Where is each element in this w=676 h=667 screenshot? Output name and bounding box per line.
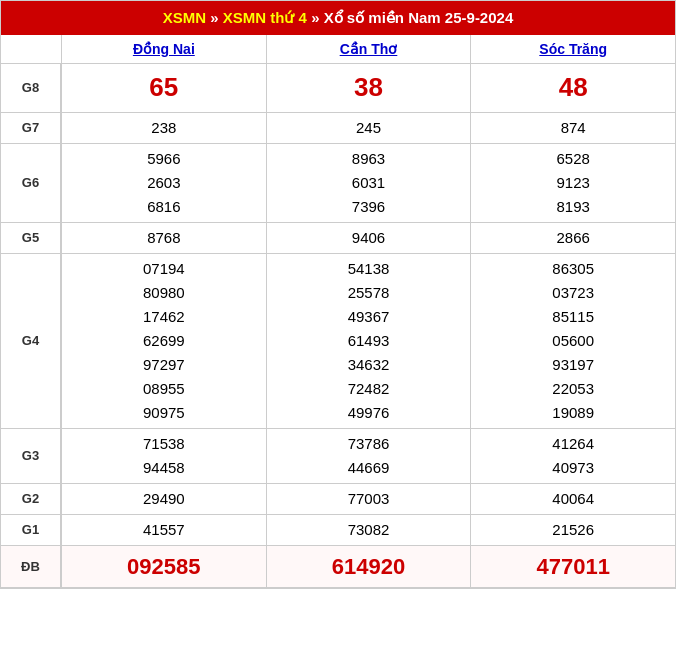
cell-col2: 77003 [266,484,471,514]
cell-value: 48 [559,67,588,109]
cell-value: 7396 [352,195,385,219]
cell-col1: 07194809801746262699972970895590975 [61,254,266,428]
cell-col3: 21526 [470,515,675,545]
col-header-dong-nai[interactable]: Đồng Nai [61,35,266,63]
col-header-soc-trang[interactable]: Sóc Trăng [470,35,675,63]
cell-value: 07194 [143,257,185,281]
cell-col2: 614920 [266,546,471,587]
cell-value: 34632 [348,353,390,377]
cell-value: 9123 [556,171,589,195]
table-row: G6596626036816896360317396652891238193 [1,144,675,223]
cell-value: 73786 [348,432,390,456]
cell-value: 49367 [348,305,390,329]
table-row: G1415577308221526 [1,515,675,546]
cell-col1: 7153894458 [61,429,266,483]
cell-col3: 40064 [470,484,675,514]
cell-value: 65 [149,67,178,109]
table-row: G2294907700340064 [1,484,675,515]
table-row: G407194809801746262699972970895590975541… [1,254,675,429]
row-label-g1: G1 [1,515,61,545]
cell-col1: 65 [61,64,266,112]
row-label-g6: G6 [1,144,61,222]
cell-value: 90975 [143,401,185,425]
col-header-empty [1,35,61,63]
xsmn-link1[interactable]: XSMN [163,9,206,26]
row-label-g7: G7 [1,113,61,143]
cell-value: 73082 [348,518,390,542]
cell-value: 85115 [552,305,594,329]
cell-value: 71538 [143,432,185,456]
cell-col3: 4126440973 [470,429,675,483]
cell-col1: 092585 [61,546,266,587]
cell-value: 6031 [352,171,385,195]
cell-value: 477011 [536,549,609,584]
cell-value: 874 [561,116,586,140]
cell-value: 2603 [147,171,180,195]
cell-col3: 2866 [470,223,675,253]
cell-value: 38 [354,67,383,109]
cell-value: 93197 [552,353,594,377]
cell-value: 72482 [348,377,390,401]
cell-value: 86305 [552,257,594,281]
cell-value: 21526 [552,518,594,542]
cell-col2: 73082 [266,515,471,545]
table-row: ĐB092585614920477011 [1,546,675,588]
arrow2: » [311,9,319,26]
xsmn-thu[interactable]: XSMN thứ 4 [223,9,307,26]
cell-col1: 596626036816 [61,144,266,222]
cell-col2: 7378644669 [266,429,471,483]
row-label-g5: G5 [1,223,61,253]
cell-col1: 41557 [61,515,266,545]
row-label-g8: G8 [1,64,61,112]
cell-value: 2866 [556,226,589,250]
row-label-g2: G2 [1,484,61,514]
cell-value: 61493 [348,329,390,353]
cell-col3: 652891238193 [470,144,675,222]
cell-value: 41264 [552,432,594,456]
cell-value: 5966 [147,147,180,171]
table-body: G8653848G7238245874G65966260368168963603… [1,64,675,588]
cell-value: 092585 [127,549,200,584]
cell-col1: 8768 [61,223,266,253]
table-row: G8653848 [1,64,675,113]
cell-value: 40973 [552,456,594,480]
cell-value: 94458 [143,456,185,480]
cell-value: 8963 [352,147,385,171]
cell-value: 40064 [552,487,594,511]
col-header-can-tho[interactable]: Cần Thơ [266,35,471,63]
cell-value: 80980 [143,281,185,305]
cell-value: 22053 [552,377,594,401]
cell-value: 77003 [348,487,390,511]
cell-value: 25578 [348,281,390,305]
cell-value: 19089 [552,401,594,425]
page-header: XSMN » XSMN thứ 4 » Xổ số miền Nam 25-9-… [1,1,675,35]
table-row: G5876894062866 [1,223,675,254]
cell-col3: 874 [470,113,675,143]
cell-value: 03723 [552,281,594,305]
cell-col1: 238 [61,113,266,143]
column-headers: Đồng Nai Cần Thơ Sóc Trăng [1,35,675,64]
cell-value: 245 [356,116,381,140]
cell-value: 29490 [143,487,185,511]
cell-value: 44669 [348,456,390,480]
lottery-table: XSMN » XSMN thứ 4 » Xổ số miền Nam 25-9-… [0,0,676,589]
cell-value: 17462 [143,305,185,329]
cell-value: 49976 [348,401,390,425]
cell-col2: 9406 [266,223,471,253]
cell-col2: 245 [266,113,471,143]
cell-col2: 38 [266,64,471,112]
cell-value: 97297 [143,353,185,377]
cell-value: 8193 [556,195,589,219]
arrow1: » [210,9,218,26]
lottery-title: Xổ số miền Nam 25-9-2024 [324,9,514,26]
cell-col1: 29490 [61,484,266,514]
cell-col3: 477011 [470,546,675,587]
table-row: G7238245874 [1,113,675,144]
cell-value: 238 [151,116,176,140]
cell-value: 6816 [147,195,180,219]
cell-value: 08955 [143,377,185,401]
cell-value: 8768 [147,226,180,250]
cell-value: 9406 [352,226,385,250]
cell-col2: 54138255784936761493346327248249976 [266,254,471,428]
cell-value: 62699 [143,329,185,353]
